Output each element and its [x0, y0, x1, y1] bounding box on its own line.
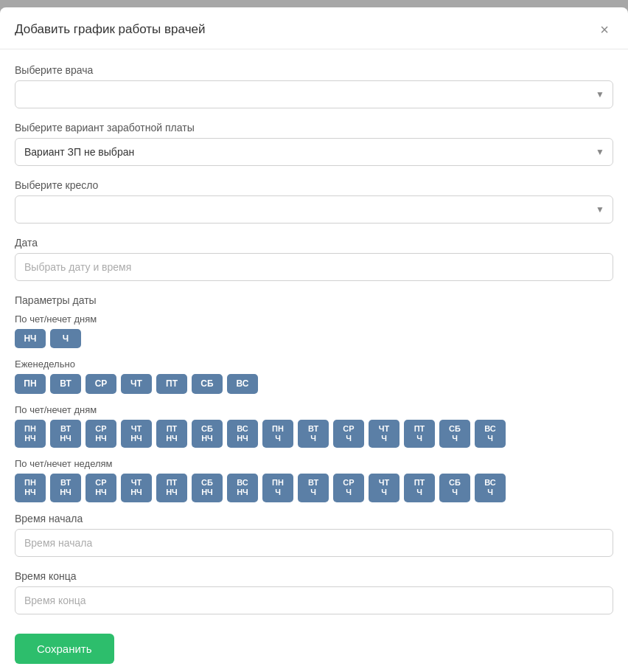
btn-pt-nch[interactable]: ПТНЧ	[156, 420, 187, 448]
btn-cht[interactable]: ЧТ	[121, 374, 152, 393]
btn-pt-ch[interactable]: ПТЧ	[404, 420, 435, 448]
btn-ch[interactable]: Ч	[50, 329, 81, 348]
btn-sb-ch2[interactable]: СБЧ	[439, 474, 470, 502]
btn-pt[interactable]: ПТ	[156, 374, 187, 393]
btn-pn-ch[interactable]: ПНЧ	[262, 420, 293, 448]
salary-label: Выберите вариант заработной платы	[15, 122, 613, 134]
start-time-label: Время начала	[15, 513, 613, 524]
weekly-label: Еженедельно	[15, 358, 613, 370]
modal-header: Добавить график работы врачей ×	[0, 7, 628, 49]
even-odd-days-label: По чет/нечет дням	[15, 404, 613, 415]
btn-vs[interactable]: ВС	[227, 374, 258, 393]
btn-sb-nch[interactable]: СБНЧ	[192, 420, 223, 448]
end-time-input[interactable]	[15, 586, 613, 614]
date-group: Дата	[15, 237, 613, 281]
even-odd-weeks-label: По чет/нечет неделям	[15, 458, 613, 469]
end-time-group: Время конца	[15, 570, 613, 614]
salary-select[interactable]: Вариант ЗП не выбран	[15, 138, 613, 166]
doctor-label: Выберите врача	[15, 64, 613, 76]
btn-pn-ch2[interactable]: ПНЧ	[262, 474, 293, 502]
date-params-section: Параметры даты По чет/нечет дням НЧ Ч Еж…	[15, 294, 613, 502]
btn-vt-nch[interactable]: ВТНЧ	[50, 420, 81, 448]
even-odd-weeks-row: ПННЧ ВТНЧ СРНЧ ЧТНЧ ПТНЧ СБНЧ ВСНЧ ПНЧ В…	[15, 474, 613, 502]
doctor-group: Выберите врача ▼	[15, 64, 613, 108]
btn-sr-nch[interactable]: СРНЧ	[86, 420, 116, 448]
btn-cht-nch2[interactable]: ЧТНЧ	[121, 474, 152, 502]
btn-vs-nch[interactable]: ВСНЧ	[227, 420, 258, 448]
btn-pt-nch2[interactable]: ПТНЧ	[156, 474, 187, 502]
modal-overlay: Добавить график работы врачей × Выберите…	[0, 0, 628, 672]
doctor-select-wrapper: ▼	[15, 80, 613, 108]
btn-cht-ch[interactable]: ЧТЧ	[369, 420, 400, 448]
btn-cht-ch2[interactable]: ЧТЧ	[369, 474, 400, 502]
btn-sb[interactable]: СБ	[192, 374, 223, 393]
modal-body: Выберите врача ▼ Выберите вариант зарабо…	[0, 49, 628, 672]
btn-sr-nch2[interactable]: СРНЧ	[86, 474, 116, 502]
even-odd-row: НЧ Ч	[15, 329, 613, 348]
modal-container: Добавить график работы врачей × Выберите…	[0, 7, 628, 672]
start-time-input[interactable]	[15, 529, 613, 557]
btn-pn-nch[interactable]: ПННЧ	[15, 420, 46, 448]
btn-cht-nch[interactable]: ЧТНЧ	[121, 420, 152, 448]
btn-vs-ch2[interactable]: ВСЧ	[475, 474, 506, 502]
params-label: Параметры даты	[15, 294, 613, 306]
chair-group: Выберите кресло ▼	[15, 179, 613, 224]
btn-vt[interactable]: ВТ	[50, 374, 81, 393]
btn-sr-ch[interactable]: СРЧ	[333, 420, 364, 448]
btn-pn-nch2[interactable]: ПННЧ	[15, 474, 46, 502]
btn-vt-ch[interactable]: ВТЧ	[298, 420, 329, 448]
btn-vt-nch2[interactable]: ВТНЧ	[50, 474, 81, 502]
start-time-group: Время начала	[15, 513, 613, 557]
chair-label: Выберите кресло	[15, 179, 613, 191]
weekly-row: ПН ВТ СР ЧТ ПТ СБ ВС	[15, 374, 613, 393]
btn-sb-nch2[interactable]: СБНЧ	[192, 474, 223, 502]
btn-vt-ch2[interactable]: ВТЧ	[298, 474, 329, 502]
btn-sr[interactable]: СР	[86, 374, 116, 393]
btn-pn[interactable]: ПН	[15, 374, 46, 393]
date-input[interactable]	[15, 253, 613, 281]
btn-pt-ch2[interactable]: ПТЧ	[404, 474, 435, 502]
save-button[interactable]: Сохранить	[15, 634, 114, 664]
modal-title: Добавить график работы врачей	[15, 22, 205, 37]
btn-vs-nch2[interactable]: ВСНЧ	[227, 474, 258, 502]
salary-select-wrapper: Вариант ЗП не выбран ▼	[15, 138, 613, 166]
salary-group: Выберите вариант заработной платы Вариан…	[15, 122, 613, 166]
date-label: Дата	[15, 237, 613, 249]
end-time-label: Время конца	[15, 570, 613, 582]
chair-select-wrapper: ▼	[15, 195, 613, 224]
even-odd-label: По чет/нечет дням	[15, 314, 613, 325]
doctor-select[interactable]	[15, 80, 613, 108]
btn-nch[interactable]: НЧ	[15, 329, 46, 348]
even-odd-days-row: ПННЧ ВТНЧ СРНЧ ЧТНЧ ПТНЧ СБНЧ ВСНЧ ПНЧ В…	[15, 420, 613, 448]
btn-sb-ch[interactable]: СБЧ	[439, 420, 470, 448]
chair-select[interactable]	[15, 195, 613, 224]
btn-vs-ch[interactable]: ВСЧ	[475, 420, 506, 448]
btn-sr-ch2[interactable]: СРЧ	[333, 474, 364, 502]
close-button[interactable]: ×	[596, 21, 613, 38]
